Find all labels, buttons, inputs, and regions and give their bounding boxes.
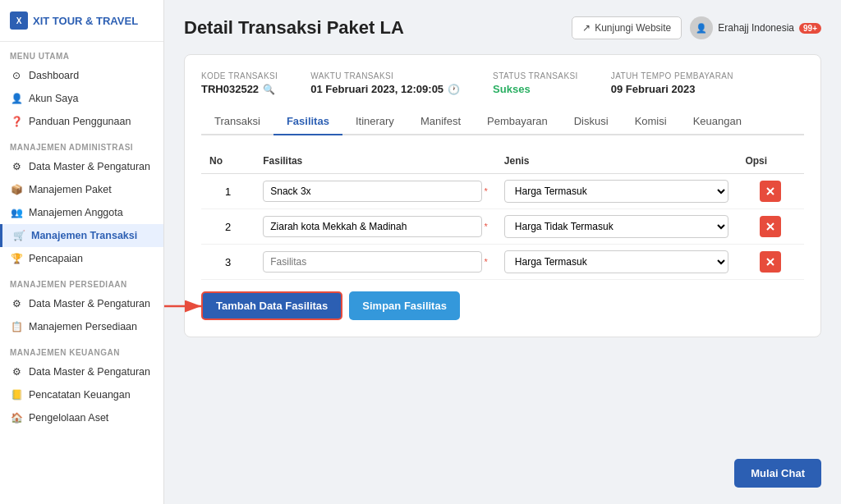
page-title: Detail Transaksi Paket LA bbox=[184, 17, 404, 39]
menu-persediaan-title: MANAJEMEN PERSEDIAAN bbox=[0, 270, 163, 292]
main-content: Detail Transaksi Paket LA ↗ Kunjungi Web… bbox=[164, 0, 841, 504]
trx-kode-field: KODE TRANSAKSI TRH032522 🔍 bbox=[201, 71, 278, 95]
jenis-cell: Harga TermasukHarga Tidak Termasuk bbox=[496, 174, 738, 209]
trophy-icon: 🏆 bbox=[10, 253, 23, 264]
col-header-jenis: Jenis bbox=[496, 149, 738, 174]
sidebar-item-pencatatan-keuangan[interactable]: 📒 Pencatatan Keuangan bbox=[0, 383, 163, 406]
menu-admin-title: MANAJEMEN ADMINISTRASI bbox=[0, 133, 163, 155]
jenis-cell: Harga TermasukHarga Tidak Termasuk bbox=[496, 245, 738, 280]
tab-transaksi[interactable]: Transaksi bbox=[201, 108, 273, 135]
topbar: Detail Transaksi Paket LA ↗ Kunjungi Web… bbox=[184, 16, 821, 39]
sidebar-item-data-master-admin[interactable]: ⚙ Data Master & Pengaturan bbox=[0, 155, 163, 178]
sidebar-item-label: Data Master & Pengaturan bbox=[29, 366, 150, 378]
sidebar-item-data-master-keuangan[interactable]: ⚙ Data Master & Pengaturan bbox=[0, 360, 163, 383]
sidebar-item-akun[interactable]: 👤 Akun Saya bbox=[0, 87, 163, 110]
fasilitas-input-3[interactable] bbox=[263, 251, 481, 273]
simpan-fasilitas-button[interactable]: Simpan Fasilitas bbox=[349, 291, 460, 320]
sidebar-item-manajemen-anggota[interactable]: 👥 Manajemen Anggota bbox=[0, 201, 163, 224]
trx-waktu-field: WAKTU TRANSAKSI 01 Februari 2023, 12:09:… bbox=[310, 71, 460, 95]
status-value: Sukses bbox=[493, 83, 578, 95]
sidebar-item-data-master-persediaan[interactable]: ⚙ Data Master & Pengaturan bbox=[0, 292, 163, 315]
sidebar-item-pencapaian[interactable]: 🏆 Pencapaian bbox=[0, 247, 163, 270]
sidebar-item-label: Akun Saya bbox=[29, 93, 78, 104]
tab-fasilitas[interactable]: Fasilitas bbox=[273, 108, 342, 135]
package-icon: 📦 bbox=[10, 184, 23, 195]
search-icon[interactable]: 🔍 bbox=[263, 84, 275, 95]
opsi-cell bbox=[737, 245, 804, 280]
user-name: Erahajj Indonesia bbox=[718, 22, 794, 34]
trx-status-field: STATUS TRANSAKSI Sukses bbox=[493, 71, 578, 95]
action-row: Tambah Data Fasilitas Simpan Fasilitas bbox=[201, 291, 804, 320]
sidebar-item-label: Manajemen Persediaan bbox=[29, 321, 137, 332]
required-indicator: * bbox=[485, 186, 488, 196]
fasilitas-input-1[interactable] bbox=[263, 181, 481, 202]
cart-icon: 🛒 bbox=[12, 230, 25, 241]
sidebar-logo[interactable]: X XIT TOUR & TRAVEL bbox=[0, 0, 163, 42]
table-row: 3*Harga TermasukHarga Tidak Termasuk bbox=[201, 245, 804, 280]
tab-itinerary[interactable]: Itinerary bbox=[342, 108, 407, 135]
sidebar-item-label: Data Master & Pengaturan bbox=[29, 161, 150, 172]
settings-icon-3: ⚙ bbox=[10, 366, 23, 378]
sidebar-item-label: Manajemen Anggota bbox=[29, 207, 123, 218]
sidebar-item-manajemen-paket[interactable]: 📦 Manajemen Paket bbox=[0, 178, 163, 201]
sidebar-item-dashboard[interactable]: ⊙ Dashboard bbox=[0, 64, 163, 87]
notification-badge: 99+ bbox=[799, 23, 821, 34]
delete-row-button-3[interactable] bbox=[760, 251, 781, 273]
avatar: 👤 bbox=[690, 16, 713, 39]
tab-pembayaran[interactable]: Pembayaran bbox=[474, 108, 561, 135]
menu-utama-title: MENU UTAMA bbox=[0, 42, 163, 64]
status-badge: Sukses bbox=[493, 83, 531, 95]
sidebar-item-label: Pengelolaan Aset bbox=[29, 412, 108, 424]
col-header-no: No bbox=[201, 149, 255, 174]
fasilitas-cell: * bbox=[255, 245, 496, 280]
sidebar-item-label: Dashboard bbox=[29, 70, 79, 81]
dashboard-icon: ⊙ bbox=[10, 70, 23, 81]
kode-label: KODE TRANSAKSI bbox=[201, 71, 278, 80]
row-number: 1 bbox=[201, 174, 255, 209]
logo-text: XIT TOUR & TRAVEL bbox=[33, 15, 138, 27]
sidebar-item-label: Manajemen Transaksi bbox=[31, 230, 137, 241]
user-area[interactable]: 👤 Erahajj Indonesia 99+ bbox=[690, 16, 821, 39]
delete-row-button-1[interactable] bbox=[760, 181, 781, 202]
waktu-value: 01 Februari 2023, 12:09:05 🕐 bbox=[310, 83, 460, 95]
clock-icon: 🕐 bbox=[448, 84, 460, 95]
opsi-cell bbox=[737, 174, 804, 209]
tabs-container: Transaksi Fasilitas Itinerary Manifest P… bbox=[201, 108, 804, 135]
user-icon: 👤 bbox=[10, 93, 23, 104]
tab-keuangan[interactable]: Keuangan bbox=[680, 108, 755, 135]
col-header-fasilitas: Fasilitas bbox=[255, 149, 496, 174]
sidebar-item-panduan[interactable]: ❓ Panduan Penggunaan bbox=[0, 110, 163, 133]
sidebar-item-manajemen-persediaan[interactable]: 📋 Manajemen Persediaan bbox=[0, 315, 163, 338]
fasilitas-input-2[interactable] bbox=[263, 216, 481, 237]
sidebar-item-label: Pencapaian bbox=[29, 253, 83, 264]
jenis-select-2[interactable]: Harga TermasukHarga Tidak Termasuk bbox=[504, 215, 729, 238]
list-icon: 📋 bbox=[10, 321, 23, 332]
opsi-cell bbox=[737, 209, 804, 245]
logo-icon: X bbox=[10, 11, 28, 30]
mulai-chat-button[interactable]: Mulai Chat bbox=[734, 459, 821, 488]
tambah-data-fasilitas-button[interactable]: Tambah Data Fasilitas bbox=[201, 291, 342, 320]
row-number: 3 bbox=[201, 245, 255, 280]
tab-manifest[interactable]: Manifest bbox=[407, 108, 474, 135]
tab-komisi[interactable]: Komisi bbox=[622, 108, 680, 135]
col-header-opsi: Opsi bbox=[737, 149, 804, 174]
table-row: 1*Harga TermasukHarga Tidak Termasuk bbox=[201, 174, 804, 209]
jenis-select-1[interactable]: Harga TermasukHarga Tidak Termasuk bbox=[504, 180, 729, 203]
jatuh-tempo-label: JATUH TEMPO PEMBAYARAN bbox=[611, 71, 733, 80]
help-icon: ❓ bbox=[10, 116, 23, 127]
visit-website-button[interactable]: ↗ Kunjungi Website bbox=[572, 16, 682, 39]
arrow-annotation bbox=[164, 294, 209, 318]
sidebar-item-label: Panduan Penggunaan bbox=[29, 116, 131, 127]
sidebar-item-manajemen-transaksi[interactable]: 🛒 Manajemen Transaksi bbox=[0, 224, 163, 247]
jenis-select-3[interactable]: Harga TermasukHarga Tidak Termasuk bbox=[504, 250, 729, 273]
facilities-table: No Fasilitas Jenis Opsi 1*Harga Termasuk… bbox=[201, 149, 804, 280]
visit-button-label: Kunjungi Website bbox=[595, 22, 671, 34]
jatuh-tempo-value: 09 Februari 2023 bbox=[611, 83, 733, 95]
sidebar-item-label: Pencatatan Keuangan bbox=[29, 389, 131, 401]
table-row: 2*Harga TermasukHarga Tidak Termasuk bbox=[201, 209, 804, 245]
sidebar-item-pengelolaan-aset[interactable]: 🏠 Pengelolaan Aset bbox=[0, 406, 163, 429]
detail-card: KODE TRANSAKSI TRH032522 🔍 WAKTU TRANSAK… bbox=[184, 54, 821, 337]
delete-row-button-2[interactable] bbox=[760, 216, 781, 237]
topbar-right: ↗ Kunjungi Website 👤 Erahajj Indonesia 9… bbox=[572, 16, 821, 39]
tab-diskusi[interactable]: Diskusi bbox=[561, 108, 622, 135]
